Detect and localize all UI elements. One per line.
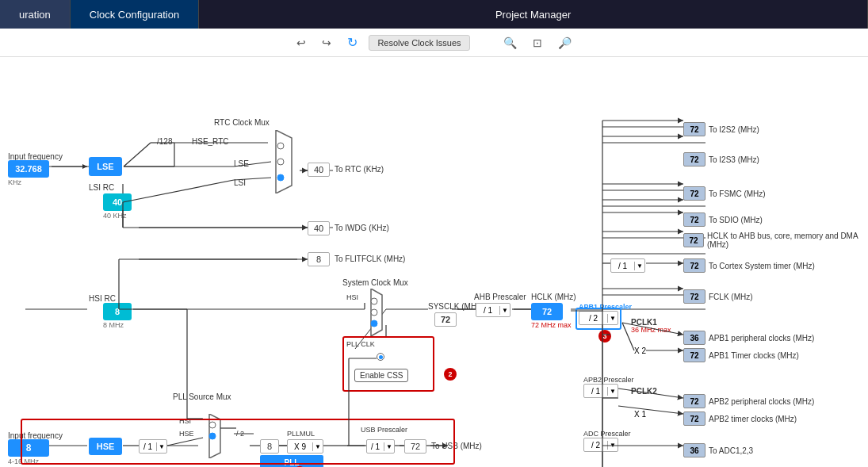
toolbar: ↩ ↪ ↻ Resolve Clock Issues 🔍 ⊡ 🔎 [0, 29, 868, 57]
apb2-peripheral-out: 72 APB2 peripheral clocks (MHz) [683, 394, 814, 411]
rtc-output-label: To RTC (KHz) [335, 164, 384, 174]
system-clock-mux[interactable] [365, 289, 388, 338]
sysclk-value-box: 72 [434, 312, 457, 327]
adc-prescaler-box[interactable]: / 2 ▼ [583, 438, 618, 452]
lsi-rc-label: LSI RC [89, 182, 114, 192]
hsi-rc-label: HSI RC [89, 293, 116, 303]
rtc-clock-mux-label: RTC Clock Mux [214, 117, 270, 127]
resolve-clock-issues-button[interactable]: Resolve Clock Issues [369, 35, 469, 51]
tab-configuration[interactable]: uration [0, 0, 71, 29]
zoom-fit-icon[interactable]: ⊡ [528, 35, 547, 51]
pll-bottom-section-border [21, 419, 455, 465]
adc-out: 36 To ADC1,2,3 [683, 443, 753, 460]
ahb-prescaler-label: AHB Prescaler [474, 292, 526, 301]
rtc-output-box: 40 [308, 163, 330, 177]
apb1-peripheral-out: 36 APB1 peripheral clocks (MHz) [683, 331, 814, 347]
lsi-block[interactable]: 40 40 KHz [103, 193, 132, 220]
cortex-out: 72 To Cortex System timer (MHz) [683, 258, 815, 275]
fsmc-out: 72 To FSMC (MHz) [683, 186, 766, 203]
hclk-label: HCLK (MHz) [531, 292, 576, 301]
lsi-mux-label: LSI [234, 178, 246, 187]
svg-line-47 [123, 180, 234, 202]
adc-prescaler-label: ADC Prescaler [583, 428, 631, 438]
hse-rtc-label: HSE_RTC [192, 136, 229, 146]
enable-css-button[interactable]: Enable CSS [354, 369, 408, 382]
iwdg-output-label: To IWDG (KHz) [335, 223, 389, 232]
apb2-prescaler-box[interactable]: / 1 ▼ [583, 384, 618, 398]
top-nav: uration Clock Configuration Project Mana… [0, 0, 868, 29]
apb1-timer-x2: X 2 [634, 346, 646, 355]
svg-line-78 [618, 406, 683, 414]
tab-project-manager[interactable]: Project Manager [199, 0, 868, 29]
svg-point-31 [371, 298, 377, 304]
zoom-in-icon[interactable]: 🔍 [499, 35, 522, 51]
zoom-out-icon[interactable]: 🔎 [553, 35, 576, 51]
apb2-timer-out: 72 APB2 timer clocks (MHz) [683, 411, 797, 428]
svg-point-28 [277, 159, 284, 165]
rtc-mux[interactable] [268, 130, 300, 195]
tab-clock-configuration[interactable]: Clock Configuration [71, 0, 199, 29]
pll-clk-label: PLL CLK [346, 339, 375, 348]
pclk1-max-label: 36 MHz max [631, 324, 671, 334]
system-clock-mux-label: System Clock Mux [342, 278, 408, 287]
hclk-value-box[interactable]: 72 72 MHz max [531, 303, 572, 329]
lse-block[interactable]: LSE [89, 157, 122, 176]
refresh-button[interactable]: ↻ [342, 33, 362, 52]
lse-mux-label: LSE [234, 159, 249, 168]
hsi-block[interactable]: 8 8 MHz [103, 303, 132, 329]
pll-clk-radio[interactable] [377, 353, 384, 361]
cortex-div[interactable]: / 1 ▼ [610, 258, 645, 273]
sdio-top-out: 72 To SDIO (MHz) [683, 212, 763, 229]
undo-button[interactable]: ↩ [292, 35, 311, 51]
apb1-timer-out: 72 APB1 Timer clocks (MHz) [683, 348, 799, 365]
apb1-prescaler-box[interactable]: / 2 ▼ [579, 311, 618, 325]
flit-output-label: To FLITFCLK (MHz) [335, 254, 405, 263]
hse-div128-label: /128 [157, 136, 172, 146]
fclk-out: 72 FCLK (MHz) [683, 289, 753, 306]
svg-point-33 [371, 320, 377, 327]
apb2-prescaler-label: APB2 Prescaler [583, 374, 634, 384]
ahb-prescaler-box[interactable]: / 1 ▼ [476, 303, 510, 317]
pll-source-mux-label: PLL Source Mux [173, 392, 231, 401]
badge-2: 2 [444, 368, 457, 381]
diagram: Input frequency 32.768 KHz LSE LSI RC 40… [0, 57, 868, 467]
badge-3: 3 [598, 330, 611, 343]
apb2-timer-x1: X 1 [634, 409, 646, 419]
lse-freq-box[interactable]: 32.768 KHz [8, 160, 49, 186]
iwdg-output-box: 40 [308, 221, 330, 235]
i2s3-out: 72 To I2S3 (MHz) [683, 152, 759, 169]
app-container: uration Clock Configuration Project Mana… [0, 0, 868, 467]
hsi-sys-mux-label: HSI [346, 292, 358, 301]
hclk-ahb-out: 72 HCLK to AHB bus, core, memory and DMA… [683, 232, 868, 251]
svg-point-29 [277, 174, 284, 181]
svg-line-43 [124, 143, 151, 167]
svg-point-27 [277, 143, 284, 149]
redo-button[interactable]: ↪ [317, 35, 336, 51]
svg-point-32 [371, 309, 377, 316]
main-content: Input frequency 32.768 KHz LSE LSI RC 40… [0, 57, 868, 467]
flit-output-box: 8 [308, 252, 330, 266]
pclk2-label: PCLK2 [631, 386, 657, 396]
i2s2-out: 72 To I2S2 (MHz) [683, 122, 759, 139]
